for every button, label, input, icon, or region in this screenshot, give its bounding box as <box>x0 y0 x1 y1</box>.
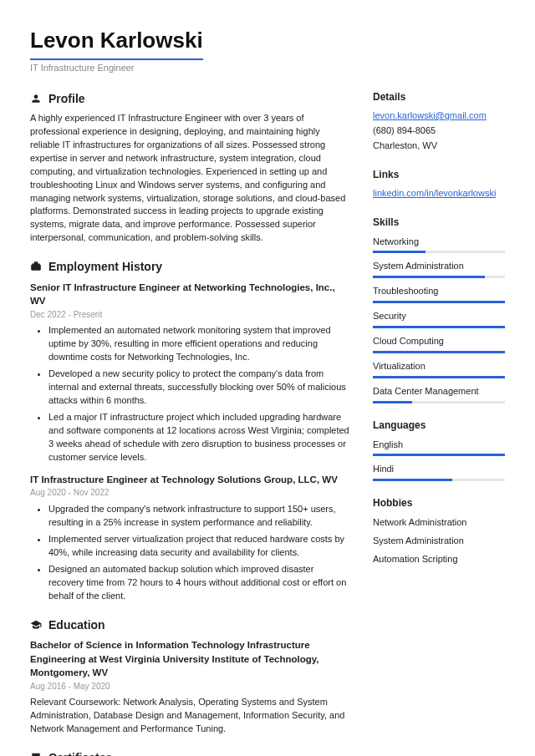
skill: Cloud Computing <box>373 335 505 353</box>
person-icon <box>30 93 42 104</box>
employment-section: Employment History Senior IT Infrastruct… <box>30 258 349 602</box>
skill: System Administration <box>373 260 505 278</box>
skill: Data Center Management <box>373 385 505 403</box>
languages-section: Languages EnglishHindi <box>373 419 505 481</box>
bullet: Led a major IT infrastructure project wh… <box>48 411 349 464</box>
skill-name: Security <box>373 310 505 323</box>
education-body: Relevant Coursework: Network Analysis, O… <box>30 696 349 736</box>
skill-bar-fill <box>373 351 505 353</box>
skill-name: Cloud Computing <box>373 335 505 348</box>
education-dates: Aug 2016 - May 2020 <box>30 681 349 693</box>
education-section: Education Bachelor of Science in Informa… <box>30 616 349 737</box>
skill-bar-fill <box>373 301 505 303</box>
skill-bar-fill <box>373 401 412 403</box>
education-title: Bachelor of Science in Information Techn… <box>30 638 349 680</box>
skill-bar-fill <box>373 326 505 328</box>
profile-heading: Profile <box>48 90 85 107</box>
job: Senior IT Infrastructure Engineer at Net… <box>30 281 349 464</box>
skill-bar <box>373 454 505 456</box>
linkedin-link[interactable]: linkedin.com/in/levonkarlowski <box>373 188 496 198</box>
languages-heading: Languages <box>373 419 505 433</box>
skill-name: English <box>373 439 505 452</box>
skill-name: Data Center Management <box>373 385 505 398</box>
job-bullets: Upgraded the company's network infrastru… <box>30 503 349 603</box>
sidebar: Details levon.karlowski@gmail.com (680) … <box>373 90 505 756</box>
hobby: System Administration <box>373 535 505 548</box>
job-dates: Aug 2020 - Nov 2022 <box>30 487 349 500</box>
job: IT Infrastructure Engineer at Technology… <box>30 473 349 603</box>
main-column: Profile A highly experienced IT Infrastr… <box>30 90 349 756</box>
hobbies-section: Hobbies Network AdministrationSystem Adm… <box>373 496 505 566</box>
skill-bar <box>373 326 505 328</box>
links-section: Links linkedin.com/in/levonkarlowski <box>373 168 505 200</box>
skill-bar <box>373 276 505 278</box>
bullet: Implemented an automated network monitor… <box>48 324 349 364</box>
certificates-section: Certificates <box>30 749 349 756</box>
skill: Networking <box>373 236 505 254</box>
skill-name: System Administration <box>373 260 505 273</box>
email-link[interactable]: levon.karlowski@gmail.com <box>373 110 487 120</box>
skills-section: Skills NetworkingSystem AdministrationTr… <box>373 216 505 403</box>
name: Levon Karlowski <box>30 25 203 60</box>
hobby: Automation Scripting <box>373 553 505 566</box>
skill-name: Troubleshooting <box>373 285 505 298</box>
education-heading: Education <box>48 616 105 633</box>
skill-bar <box>373 301 505 303</box>
skill: English <box>373 439 505 457</box>
job-title: IT Infrastructure Engineer at Technology… <box>30 473 349 487</box>
skill-bar-fill <box>373 376 505 378</box>
skill-bar-fill <box>373 251 425 253</box>
skill-bar-fill <box>373 479 452 481</box>
graduation-icon <box>30 619 42 631</box>
hobby: Network Administration <box>373 516 505 530</box>
profile-section: Profile A highly experienced IT Infrastr… <box>30 90 349 246</box>
location: Charleston, WV <box>373 140 505 153</box>
bullet: Upgraded the company's network infrastru… <box>48 503 349 530</box>
details-section: Details levon.karlowski@gmail.com (680) … <box>373 90 505 153</box>
employment-heading: Employment History <box>48 258 162 275</box>
phone: (680) 894-8065 <box>373 124 505 138</box>
skills-heading: Skills <box>373 216 505 230</box>
skill-bar-fill <box>373 276 485 278</box>
skill: Virtualization <box>373 360 505 378</box>
certificate-icon <box>30 752 42 756</box>
skill-bar <box>373 479 505 481</box>
details-heading: Details <box>373 90 505 104</box>
job-bullets: Implemented an automated network monitor… <box>30 324 349 464</box>
bullet: Implemented server virtualization projec… <box>48 533 349 560</box>
skill-bar <box>373 251 505 253</box>
hobbies-heading: Hobbies <box>373 496 505 510</box>
bullet: Designed an automated backup solution wh… <box>48 563 349 603</box>
links-heading: Links <box>373 168 505 182</box>
skill-bar <box>373 401 505 403</box>
skill-name: Hindi <box>373 463 505 476</box>
job-dates: Dec 2022 - Present <box>30 309 349 322</box>
certificates-heading: Certificates <box>48 749 112 756</box>
skill: Troubleshooting <box>373 285 505 303</box>
skill-name: Networking <box>373 236 505 249</box>
header: Levon Karlowski IT Infrastructure Engine… <box>30 25 505 75</box>
bullet: Developed a new security policy to prote… <box>48 368 349 408</box>
skill-name: Virtualization <box>373 360 505 373</box>
skill: Hindi <box>373 463 505 481</box>
skill-bar-fill <box>373 454 505 456</box>
skill: Security <box>373 310 505 328</box>
job-title-subtitle: IT Infrastructure Engineer <box>30 62 505 75</box>
profile-text: A highly experienced IT Infrastructure E… <box>30 112 349 245</box>
skill-bar <box>373 376 505 378</box>
skill-bar <box>373 351 505 353</box>
briefcase-icon <box>30 261 42 272</box>
job-title: Senior IT Infrastructure Engineer at Net… <box>30 281 349 308</box>
